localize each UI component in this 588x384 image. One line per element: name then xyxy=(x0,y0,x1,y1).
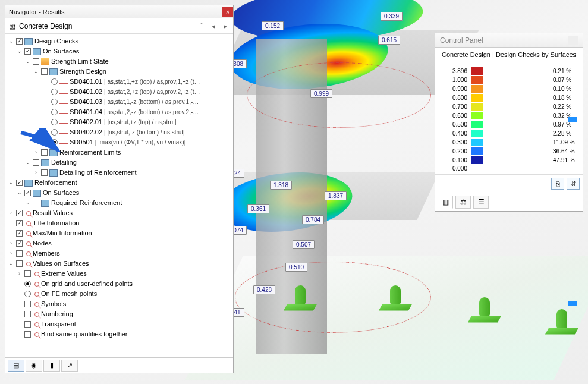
tree-label[interactable]: Max/Min Information xyxy=(33,228,92,238)
checkbox[interactable] xyxy=(16,250,23,257)
tree-label[interactable]: Reinforcement Limits xyxy=(59,147,121,158)
chevron-down-icon[interactable]: ˅ xyxy=(197,22,206,30)
navigator-tree[interactable]: ⌄Design Checks ⌄On Surfaces ⌄Strength Li… xyxy=(5,34,233,357)
expand-toggle[interactable]: › xyxy=(8,248,14,259)
radio[interactable] xyxy=(24,291,31,297)
expand-toggle[interactable]: ⌄ xyxy=(8,178,14,188)
tree-label[interactable]: On grid and user-defined points xyxy=(41,279,133,289)
legend-settings-button[interactable]: ⎘ xyxy=(551,178,564,190)
expand-toggle[interactable]: ⌄ xyxy=(16,188,23,198)
minimize-icon[interactable] xyxy=(568,36,578,45)
slider-handle-bottom[interactable] xyxy=(568,301,577,306)
expand-toggle[interactable]: › xyxy=(8,208,14,218)
tab-scale-icon[interactable]: ⚖ xyxy=(455,196,471,209)
arrow-right-icon[interactable]: ▸ xyxy=(221,22,229,30)
checkbox[interactable] xyxy=(24,321,31,328)
tab-filter-icon[interactable]: ☰ xyxy=(473,196,489,209)
tree-label[interactable]: Detailing xyxy=(51,158,77,168)
tree-label[interactable]: SD0402.01 | |ns,strut,+z (top) / ns,stru… xyxy=(70,117,177,127)
tree-label[interactable]: On FE mesh points xyxy=(41,289,97,299)
tree-label[interactable]: Extreme Values xyxy=(41,269,87,279)
tree-label[interactable]: Strength Limit State xyxy=(51,56,109,67)
tree-label[interactable]: Members xyxy=(33,248,60,259)
expand-toggle[interactable]: › xyxy=(33,168,39,178)
legend-swatch xyxy=(471,156,483,164)
tab-data-icon[interactable]: ▤ xyxy=(8,360,24,372)
checkbox[interactable] xyxy=(41,169,48,176)
tree-label[interactable]: Reinforcement xyxy=(34,178,77,188)
legend-range-slider[interactable] xyxy=(568,117,577,306)
tree-label[interactable]: Result Values xyxy=(33,208,73,218)
expand-toggle[interactable]: ⌄ xyxy=(24,56,31,67)
tree-label[interactable]: Design Checks xyxy=(34,36,78,46)
tree-label[interactable]: SD0401.03 | as,stat,1,-z (bottom) / as,p… xyxy=(70,97,199,107)
tab-view-icon[interactable]: ◉ xyxy=(26,360,42,372)
expand-toggle[interactable]: ⌄ xyxy=(8,259,14,269)
tree-label[interactable]: Transparent xyxy=(41,319,76,329)
tree-label[interactable]: SD0401.01 | as,stat,1,+z (top) / as,prov… xyxy=(70,77,200,87)
expand-toggle[interactable]: › xyxy=(33,147,39,158)
expand-toggle[interactable]: ⌄ xyxy=(8,36,14,46)
expand-toggle[interactable]: › xyxy=(8,238,14,248)
arrow-left-icon[interactable]: ◂ xyxy=(209,22,218,30)
slider-handle-top[interactable] xyxy=(568,117,577,122)
legend-value: 0.800 xyxy=(441,95,467,101)
checkbox[interactable] xyxy=(33,200,39,206)
tree-label[interactable]: Title Information xyxy=(33,218,79,228)
checkbox[interactable] xyxy=(24,301,31,307)
radio[interactable] xyxy=(51,119,58,125)
support-icon xyxy=(470,297,499,327)
tree-label[interactable]: SD0501 | |max(vu / (ΦV,T * vn), vu / vma… xyxy=(70,137,185,147)
checkbox[interactable] xyxy=(16,230,23,237)
radio[interactable] xyxy=(24,281,31,287)
checkbox[interactable] xyxy=(16,220,23,226)
expand-toggle[interactable]: › xyxy=(16,269,23,279)
legend-swatch xyxy=(471,147,483,155)
tree-label[interactable]: Numbering xyxy=(41,309,73,319)
tree-label[interactable]: On Surfaces xyxy=(43,188,79,198)
checkbox[interactable] xyxy=(24,311,31,317)
tab-camera-icon[interactable]: ▮ xyxy=(43,360,60,372)
checkbox[interactable] xyxy=(33,58,39,65)
navigator-titlebar[interactable]: Navigator - Results × xyxy=(5,5,233,18)
tree-label[interactable]: Symbols xyxy=(41,299,66,309)
tree-label[interactable]: On Surfaces xyxy=(43,46,79,56)
tree-label[interactable]: Detailing of Reinforcement xyxy=(59,168,137,178)
radio[interactable] xyxy=(51,109,58,115)
expand-toggle[interactable]: ⌄ xyxy=(16,46,23,56)
expand-toggle[interactable]: ⌄ xyxy=(24,158,31,168)
tree-label[interactable]: Values on Surfaces xyxy=(33,259,89,269)
tree-label[interactable]: SD0401.04 | as,stat,2,-z (bottom) / as,p… xyxy=(70,107,199,117)
tab-results-icon[interactable]: ↗ xyxy=(61,360,78,372)
expand-toggle[interactable]: ⌄ xyxy=(24,198,31,208)
radio[interactable] xyxy=(51,78,58,85)
radio[interactable] xyxy=(51,139,58,146)
surfaces-icon xyxy=(49,149,58,156)
checkbox[interactable] xyxy=(24,48,31,55)
radio[interactable] xyxy=(51,89,58,95)
checkbox[interactable] xyxy=(41,68,48,75)
radio[interactable] xyxy=(51,99,58,105)
checkbox[interactable] xyxy=(33,159,39,166)
checkbox[interactable] xyxy=(16,38,23,45)
checkbox[interactable] xyxy=(24,190,31,196)
module-dropdown[interactable]: ▧ Concrete Design ˅ ◂ ▸ xyxy=(5,18,233,34)
tab-colors-icon[interactable]: ▥ xyxy=(438,196,453,209)
checkbox[interactable] xyxy=(16,260,23,267)
checkbox[interactable] xyxy=(24,270,31,277)
radio[interactable] xyxy=(51,129,58,136)
checkbox[interactable] xyxy=(16,240,23,247)
checkbox[interactable] xyxy=(41,149,48,156)
tree-label[interactable]: SD0401.02 | as,stat,2,+z (top) / as,prov… xyxy=(70,87,200,97)
tree-label[interactable]: Strength Design xyxy=(59,67,106,77)
control-panel-titlebar[interactable]: Control Panel xyxy=(435,33,583,48)
checkbox[interactable] xyxy=(24,331,31,338)
expand-toggle[interactable]: ⌄ xyxy=(33,67,39,77)
checkbox[interactable] xyxy=(16,210,23,216)
close-icon[interactable]: × xyxy=(222,7,233,17)
tree-label[interactable]: Nodes xyxy=(33,238,52,248)
tree-label[interactable]: SD0402.02 | |ns,strut,-z (bottom) / ns,s… xyxy=(70,127,185,137)
checkbox[interactable] xyxy=(16,180,23,186)
tree-label[interactable]: Bind same quantities together xyxy=(41,329,128,339)
tree-label[interactable]: Required Reinforcement xyxy=(51,198,122,208)
